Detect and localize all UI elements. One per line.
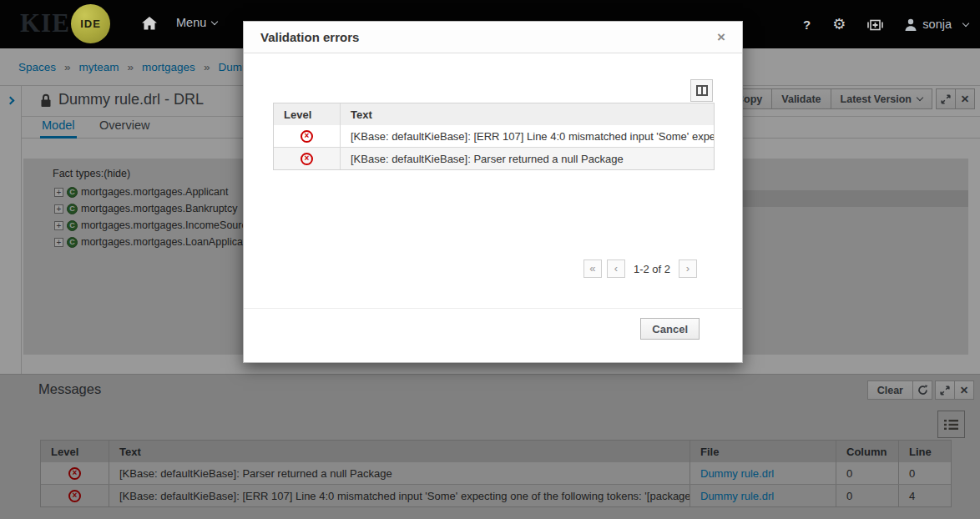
home-icon[interactable] bbox=[142, 17, 157, 30]
validation-message-text: [KBase: defaultKieBase]: [ERR 107] Line … bbox=[341, 125, 714, 147]
kie-logo: KIE bbox=[20, 8, 70, 38]
validation-table-body: [KBase: defaultKieBase]: [ERR 107] Line … bbox=[274, 125, 714, 169]
modal-header: Validation errors bbox=[244, 22, 742, 53]
pagination-prev-icon[interactable] bbox=[607, 260, 625, 278]
user-menu[interactable]: sonja bbox=[905, 18, 968, 31]
ide-badge: IDE bbox=[71, 4, 110, 43]
pagination-next-icon[interactable] bbox=[679, 260, 697, 278]
pagination-first-icon[interactable] bbox=[583, 260, 602, 278]
menu-label: Menu bbox=[176, 16, 206, 29]
help-icon[interactable] bbox=[803, 18, 811, 32]
error-icon bbox=[301, 130, 313, 143]
validation-table-header: Level Text bbox=[274, 103, 714, 125]
navbar-utilities: sonja bbox=[803, 0, 968, 48]
column-header-level: Level bbox=[274, 103, 341, 125]
pagination: 1-2 of 2 bbox=[583, 260, 697, 278]
table-row: [KBase: defaultKieBase]: Parser returned… bbox=[274, 147, 714, 169]
validation-message-text: [KBase: defaultKieBase]: Parser returned… bbox=[341, 148, 714, 169]
cancel-button[interactable]: Cancel bbox=[640, 318, 700, 340]
column-header-text: Text bbox=[341, 103, 714, 125]
modal-footer: Cancel bbox=[244, 308, 742, 363]
columns-icon bbox=[696, 85, 708, 96]
validation-errors-modal: Validation errors Level Text [KBase: def… bbox=[243, 21, 743, 363]
user-name: sonja bbox=[922, 18, 952, 31]
validation-table: Level Text [KBase: defaultKieBase]: [ERR… bbox=[273, 103, 715, 170]
modal-title: Validation errors bbox=[260, 30, 359, 44]
close-icon[interactable] bbox=[717, 30, 725, 44]
chevron-down-icon bbox=[211, 18, 218, 24]
settings-gear-icon[interactable] bbox=[832, 17, 846, 32]
chevron-down-icon bbox=[962, 19, 969, 26]
workbench: KIE IDE Menu sonja bbox=[0, 0, 980, 519]
user-icon bbox=[905, 18, 917, 31]
menu-dropdown[interactable]: Menu bbox=[176, 16, 217, 29]
error-icon bbox=[301, 153, 313, 165]
pagination-label: 1-2 of 2 bbox=[634, 263, 670, 275]
table-row: [KBase: defaultKieBase]: [ERR 107] Line … bbox=[274, 125, 714, 147]
columns-picker-button[interactable] bbox=[690, 79, 713, 102]
apps-briefcase-icon[interactable] bbox=[867, 18, 883, 31]
